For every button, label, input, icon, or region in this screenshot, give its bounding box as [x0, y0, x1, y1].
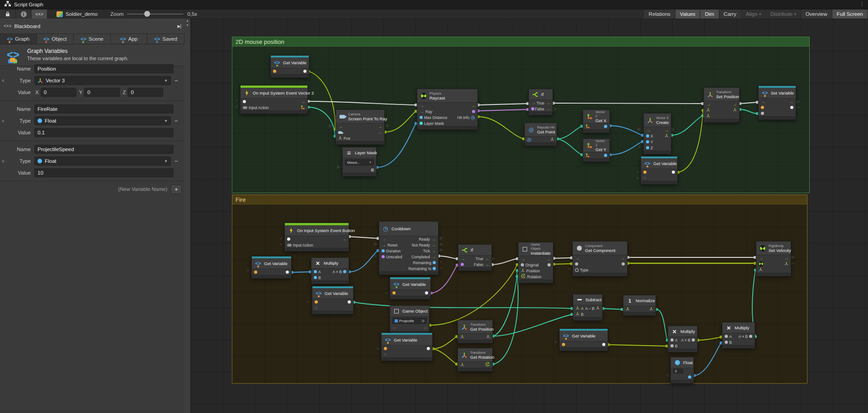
- node-get-rotation[interactable]: TransformGet Rotation: [458, 348, 493, 371]
- remove-variable-button[interactable]: −: [175, 158, 178, 165]
- output-port[interactable]: [596, 306, 600, 311]
- unconnected-port[interactable]: ○: [440, 260, 442, 264]
- variable-value-z-input[interactable]: [127, 88, 163, 97]
- variable-value-y-input[interactable]: [84, 88, 120, 97]
- unconnected-port[interactable]: ○: [412, 115, 415, 119]
- input-port[interactable]: [725, 335, 728, 338]
- node-screen-point-to-ray[interactable]: CameraScreen Point To Ray→→→Pos: [335, 109, 385, 145]
- input-port[interactable]: [338, 131, 342, 134]
- tab-scene[interactable]: <>Scene: [74, 34, 111, 44]
- input-port[interactable]: [646, 134, 649, 138]
- input-port[interactable]: [254, 271, 257, 274]
- input-port[interactable]: →: [461, 256, 465, 261]
- input-port[interactable]: [585, 153, 590, 158]
- output-port[interactable]: [649, 307, 653, 312]
- output-port[interactable]: [622, 262, 625, 266]
- tab-app[interactable]: <>App: [111, 34, 148, 44]
- input-port[interactable]: [460, 334, 464, 339]
- add-variable-button[interactable]: +: [171, 185, 182, 194]
- node-get-variable-firepoint[interactable]: <>Get Variable⊙: [381, 332, 433, 361]
- output-port[interactable]: [604, 125, 607, 128]
- input-port[interactable]: [646, 140, 649, 143]
- node-float-2[interactable]: Float2: [670, 357, 694, 384]
- unconnected-port[interactable]: ○: [637, 171, 639, 174]
- node-set-position[interactable]: TransformSet Position→→: [703, 87, 740, 123]
- input-port[interactable]: [461, 263, 464, 266]
- output-port[interactable]: →: [431, 243, 436, 247]
- input-port[interactable]: [243, 100, 246, 103]
- unconnected-port[interactable]: ▷: [554, 107, 557, 111]
- input-port[interactable]: ◎: [527, 137, 532, 142]
- unconnected-port[interactable]: ○: [797, 106, 799, 109]
- unconnected-port[interactable]: ○: [638, 145, 641, 149]
- output-port[interactable]: ◎: [471, 115, 475, 120]
- variable-value-input[interactable]: [34, 128, 174, 137]
- input-port[interactable]: [521, 263, 524, 266]
- input-port[interactable]: →: [646, 128, 651, 133]
- input-port[interactable]: [531, 107, 534, 110]
- output-port[interactable]: →: [342, 237, 346, 242]
- output-port[interactable]: [692, 338, 695, 342]
- unconnected-port[interactable]: ▷: [638, 128, 641, 131]
- menu-kebab-icon[interactable]: ⋮: [859, 1, 864, 7]
- input-port[interactable]: →: [575, 256, 580, 261]
- graph-canvas[interactable]: 2D mouse positionFire▷▷○○○▷▷▷○▷○○○○○▷○▷▷…: [191, 19, 868, 413]
- input-port[interactable]: [758, 261, 765, 268]
- output-port[interactable]: →: [377, 124, 382, 129]
- input-port[interactable]: →: [761, 100, 765, 104]
- unconnected-port[interactable]: ▷: [374, 242, 377, 246]
- unconnected-port[interactable]: ▷: [792, 256, 794, 259]
- output-port[interactable]: [784, 261, 788, 266]
- output-port[interactable]: [733, 108, 737, 113]
- output-port[interactable]: [286, 271, 289, 274]
- unconnected-port[interactable]: ▷: [440, 248, 443, 252]
- input-port[interactable]: [287, 244, 292, 247]
- node-get-x[interactable]: Vector 2Get X: [583, 109, 610, 133]
- input-port[interactable]: [670, 344, 674, 347]
- unconnected-port[interactable]: ○: [236, 105, 238, 109]
- node-raycast[interactable]: PhysicsRaycast→→→RayMax DistanceHit Info…: [417, 89, 478, 130]
- input-port[interactable]: [646, 146, 649, 149]
- unconnected-port[interactable]: ○: [377, 347, 379, 351]
- unconnected-port[interactable]: ○: [307, 300, 310, 304]
- output-port[interactable]: [486, 334, 490, 339]
- output-port[interactable]: →: [732, 102, 737, 107]
- input-port[interactable]: [670, 338, 674, 342]
- node-get-component[interactable]: ComponentGet Component→→Type: [572, 241, 627, 276]
- input-port[interactable]: [575, 262, 578, 266]
- variable-name-input[interactable]: [34, 104, 174, 114]
- node-multiply-firerate[interactable]: ×MultiplyAA × BB: [311, 257, 349, 284]
- group-title[interactable]: Fire: [232, 195, 807, 204]
- unconnected-port[interactable]: ○: [236, 99, 238, 103]
- graph-asset[interactable]: Soldier_demo: [53, 9, 101, 19]
- input-port[interactable]: [725, 341, 728, 344]
- input-port[interactable]: [273, 70, 276, 73]
- output-port[interactable]: →: [431, 249, 436, 253]
- output-port[interactable]: [472, 110, 475, 113]
- node-instantiate[interactable]: Game ObjectInstantiate→→OriginalPosition…: [518, 242, 553, 283]
- unconnected-port[interactable]: ▷: [337, 165, 340, 169]
- new-variable-placeholder[interactable]: (New Variable Name): [118, 186, 167, 192]
- input-port[interactable]: [761, 106, 764, 109]
- node-get-variable-firerate[interactable]: <>Get Variable: [251, 256, 292, 279]
- input-port[interactable]: [576, 306, 580, 311]
- input-port[interactable]: [243, 106, 247, 109]
- unconnected-port[interactable]: ○: [280, 237, 282, 240]
- unconnected-port[interactable]: ○: [374, 254, 377, 258]
- input-port[interactable]: [759, 267, 763, 272]
- tab-object[interactable]: <>Object: [37, 34, 74, 44]
- output-port[interactable]: [688, 375, 691, 379]
- node-game-object-projectile[interactable]: Game ObjectProjectile⊙⊙⊙: [390, 305, 429, 335]
- input-port[interactable]: →: [531, 101, 536, 105]
- variable-name-input[interactable]: [34, 145, 174, 154]
- node-if-fire[interactable]: If→True→False→: [458, 244, 492, 271]
- node-on-input-system-event-button[interactable]: On Input System Event Button→Input Actio…: [284, 223, 349, 252]
- unconnected-port[interactable]: ▷: [440, 237, 443, 240]
- input-port[interactable]: [384, 347, 387, 350]
- input-port[interactable]: [287, 237, 290, 241]
- input-port[interactable]: [706, 114, 710, 119]
- variable-value-x-input[interactable]: [41, 88, 76, 97]
- unconnected-port[interactable]: ○: [792, 261, 794, 265]
- output-port[interactable]: [433, 267, 436, 270]
- node-set-variable-position[interactable]: <>Set Variable→→: [758, 85, 796, 120]
